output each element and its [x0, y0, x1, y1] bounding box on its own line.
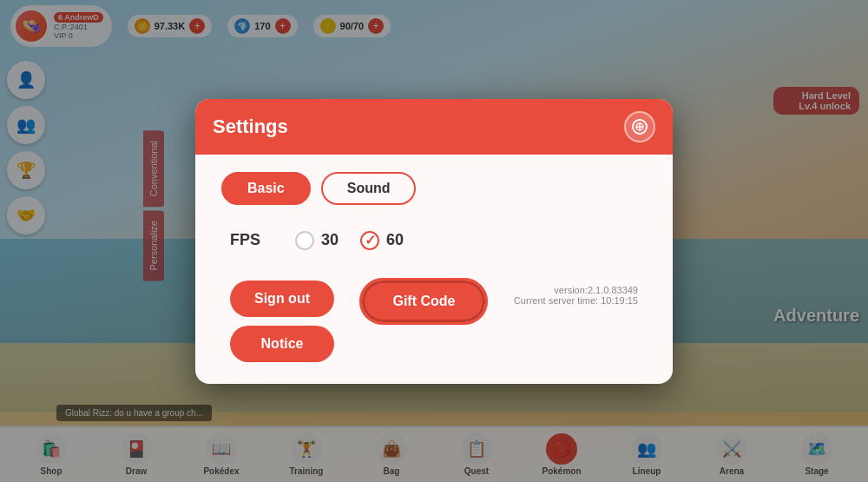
fps-30-option[interactable]: 30 [295, 231, 339, 250]
version-text: version:2.1.0.83349 [514, 285, 638, 295]
sign-out-button[interactable]: Sign out [230, 281, 334, 317]
left-buttons: Sign out Notice [230, 281, 334, 362]
settings-tabs: Basic Sound [221, 172, 647, 205]
checkmark-icon: ✓ [365, 232, 376, 248]
action-row: Sign out Notice Gift Code version:2.1.0.… [221, 281, 647, 362]
gift-code-button[interactable]: Gift Code [362, 281, 485, 322]
fps-60-value: 60 [386, 231, 404, 249]
modal-header: Settings [195, 99, 673, 155]
tab-basic[interactable]: Basic [221, 172, 311, 205]
fps-60-radio: ✓ [360, 231, 379, 250]
modal-title: Settings [213, 116, 288, 138]
notice-button[interactable]: Notice [230, 326, 334, 362]
close-icon [631, 118, 648, 135]
fps-row: FPS 30 ✓ 60 [221, 231, 647, 250]
settings-modal: Settings Basic Sound FPS 30 ✓ [195, 99, 673, 384]
gift-code-wrapper: Gift Code [360, 281, 488, 322]
close-button[interactable] [624, 111, 655, 142]
tab-sound[interactable]: Sound [321, 172, 417, 205]
fps-30-value: 30 [321, 231, 339, 249]
server-time: Current server time: 10:19:15 [514, 295, 638, 306]
version-info: version:2.1.0.83349 Current server time:… [514, 281, 638, 306]
modal-body: Basic Sound FPS 30 ✓ 60 Sign out Notice [195, 155, 673, 384]
fps-60-option[interactable]: ✓ 60 [360, 231, 404, 250]
fps-30-radio [295, 231, 314, 250]
fps-label: FPS [230, 231, 273, 249]
